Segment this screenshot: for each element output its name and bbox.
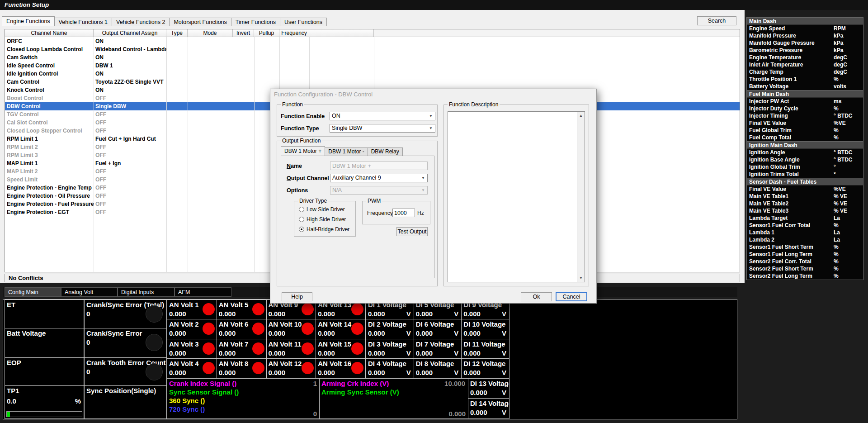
dash-channel-row[interactable]: Engine Temperature degC bbox=[747, 54, 863, 61]
ok-button[interactable]: Ok bbox=[521, 292, 552, 301]
dash-channel-row[interactable]: Sensor1 Fuel Short Term % bbox=[747, 243, 863, 251]
tab-config-main[interactable]: Config Main bbox=[5, 287, 61, 297]
dash-channel-row[interactable]: Injector Duty Cycle % bbox=[747, 105, 863, 112]
header-type[interactable]: Type bbox=[166, 29, 188, 37]
dash-channel-row[interactable]: Battery Voltage volts bbox=[747, 83, 863, 90]
output-channel-dropdown[interactable]: Auxiliary Channel 9 ▼ bbox=[330, 174, 428, 182]
tab-vehicle-functions-1[interactable]: Vehicle Functions 1 bbox=[54, 18, 112, 26]
channel-label: Fuel Comp Total bbox=[749, 134, 791, 141]
dash-channel-row[interactable]: Engine Speed RPM bbox=[747, 25, 863, 32]
table-row[interactable]: Cam Switch ON bbox=[5, 53, 740, 62]
tp1-unit: % bbox=[75, 397, 81, 406]
tab-digital-inputs[interactable]: Digital Inputs bbox=[118, 287, 175, 297]
dash-channel-row[interactable]: Main VE Table1 % VE bbox=[747, 193, 863, 200]
dash-channel-row[interactable]: Fuel Global Trim % bbox=[747, 127, 863, 134]
scrollbar[interactable]: ▲ ▼ bbox=[577, 112, 585, 282]
name-field[interactable] bbox=[330, 162, 428, 170]
output-channel-assign-cell: OFF bbox=[94, 151, 166, 159]
dash-channel-row[interactable]: Sensor1 Fuel Corr Total % bbox=[747, 222, 863, 229]
radio-half-bridge-driver[interactable]: Half-Bridge Driver bbox=[299, 226, 349, 233]
table-row[interactable]: Idle Speed Control DBW 1 bbox=[5, 62, 740, 70]
tab-dbw-relay[interactable]: DBW Relay bbox=[368, 147, 403, 156]
dialog-title-bar[interactable]: Function Configuration - DBW Control bbox=[270, 89, 596, 100]
dash-channel-row[interactable]: Fuel Comp Total % bbox=[747, 134, 863, 141]
dash-channel-row[interactable]: Main VE Table3 % VE bbox=[747, 207, 863, 214]
dash-channel-row[interactable]: Sensor1 Fuel Long Term % bbox=[747, 251, 863, 258]
tab-timer-functions[interactable]: Timer Functions bbox=[231, 18, 280, 26]
header-frequency[interactable]: Frequency bbox=[279, 29, 309, 37]
table-row[interactable]: ORFC ON bbox=[5, 37, 740, 45]
dash-channel-row[interactable]: Lambda Target La bbox=[747, 214, 863, 222]
dash-channel-row[interactable]: Main VE Table2 % VE bbox=[747, 200, 863, 207]
tab-user-functions[interactable]: User Functions bbox=[280, 18, 327, 26]
dash-channel-row[interactable]: Ignition Trims Total ° bbox=[747, 171, 863, 178]
dash-channel-row[interactable]: Inlet Air Temperature degC bbox=[747, 61, 863, 68]
test-output-button[interactable]: Test Output bbox=[396, 227, 428, 236]
function-type-dropdown[interactable]: Single DBW ▼ bbox=[330, 124, 435, 133]
channel-unit: % VE bbox=[834, 200, 847, 207]
status-light-red-icon bbox=[351, 362, 363, 374]
tab-dbw1-motor-plus[interactable]: DBW 1 Motor + bbox=[281, 146, 325, 156]
function-description-textarea[interactable]: ▲ ▼ bbox=[448, 111, 585, 282]
header-channel-name[interactable]: Channel Name bbox=[5, 29, 94, 37]
channel-label: Lambda 2 bbox=[749, 237, 774, 243]
header-pullup[interactable]: Pullup bbox=[254, 29, 279, 37]
dash-channel-row[interactable]: Sensor2 Fuel Short Term % bbox=[747, 265, 863, 272]
header-invert[interactable]: Invert bbox=[233, 29, 254, 37]
output-channel-assign-cell: ON bbox=[94, 70, 166, 78]
radio-high-side-driver[interactable]: High Side Driver bbox=[299, 216, 346, 223]
dash-channel-row[interactable]: Charge Temp degC bbox=[747, 68, 863, 76]
gauge-crank-tooth-error: Crank Tooth Error Count 0 bbox=[84, 357, 167, 386]
dash-channel-row[interactable]: Final VE Value %VE bbox=[747, 119, 863, 127]
channel-name-cell: Closed Loop Stepper Control bbox=[5, 127, 94, 135]
dash-channel-row[interactable]: Ignition Base Angle ° BTDC bbox=[747, 156, 863, 163]
output-channel-assign-cell: Toyota 2ZZ-GE Single VVT bbox=[94, 78, 166, 86]
tab-vehicle-functions-2[interactable]: Vehicle Functions 2 bbox=[112, 18, 170, 26]
function-enable-dropdown[interactable]: ON ▼ bbox=[330, 112, 435, 120]
dash-channel-row[interactable]: Sensor2 Fuel Long Term % bbox=[747, 272, 863, 280]
scroll-up-icon[interactable]: ▲ bbox=[577, 112, 585, 119]
header-mode[interactable]: Mode bbox=[188, 29, 233, 37]
channel-unit: % bbox=[834, 127, 839, 134]
tab-afm[interactable]: AFM bbox=[175, 287, 231, 297]
dash-channel-row[interactable]: Manifold Pressure kPa bbox=[747, 32, 863, 39]
di-voltage-label: DI 6 Voltage bbox=[416, 320, 460, 329]
radio-low-side-driver[interactable]: Low Side Driver bbox=[299, 206, 345, 213]
output-channel-assign-cell: OFF bbox=[94, 200, 166, 208]
dash-channel-row[interactable]: Sensor2 Fuel Corr. Total % bbox=[747, 258, 863, 265]
table-row[interactable]: Idle Ignition Control ON bbox=[5, 70, 740, 78]
frequency-input[interactable] bbox=[392, 209, 415, 217]
channel-label: Sensor1 Fuel Short Term bbox=[749, 244, 813, 250]
dash-section-sensor-fuel-tables: Sensor Dash - Fuel Tables bbox=[747, 178, 863, 185]
table-row[interactable]: Cam Control Toyota 2ZZ-GE Single VVT bbox=[5, 78, 740, 86]
chevron-down-icon: ▼ bbox=[427, 113, 434, 119]
dash-channel-row[interactable]: Lambda 1 La bbox=[747, 229, 863, 236]
output-channel-assign-cell: OFF bbox=[94, 192, 166, 200]
dash-channel-row[interactable]: Lambda 2 La bbox=[747, 236, 863, 243]
output-channel-assign-cell: OFF bbox=[94, 110, 166, 119]
header-output-channel-assign[interactable]: Output Channel Assign bbox=[94, 29, 166, 37]
tab-analog-volt[interactable]: Analog Volt bbox=[61, 287, 118, 297]
output-tab-page: Name Output Channel Auxiliary Channel 9 … bbox=[281, 156, 434, 278]
scroll-down-icon[interactable]: ▼ bbox=[577, 274, 585, 282]
dash-channel-row[interactable]: Ignition Angle ° BTDC bbox=[747, 149, 863, 156]
dash-channel-row[interactable]: Barometric Pressure kPa bbox=[747, 47, 863, 54]
channel-label: Injector Timing bbox=[749, 113, 788, 119]
window-title-bar[interactable]: Function Setup bbox=[0, 0, 868, 10]
search-button[interactable]: Search bbox=[697, 16, 736, 25]
dash-channel-row[interactable]: Injector PW Act ms bbox=[747, 98, 863, 105]
tab-motorsport-functions[interactable]: Motorsport Functions bbox=[169, 18, 231, 26]
an-volt-cell: AN Volt 1 0.000 bbox=[167, 300, 217, 319]
tab-dbw1-motor-minus[interactable]: DBW 1 Motor - bbox=[325, 147, 368, 156]
dash-channel-row[interactable]: Manifold Gauge Pressure kPa bbox=[747, 39, 863, 47]
cancel-button[interactable]: Cancel bbox=[556, 292, 587, 301]
table-row[interactable]: Closed Loop Lambda Control Wideband Cont… bbox=[5, 45, 740, 53]
status-light-red-icon bbox=[203, 303, 215, 315]
dash-channel-row[interactable]: Ignition Global Trim ° bbox=[747, 163, 863, 171]
help-button[interactable]: Help bbox=[282, 292, 312, 301]
dash-channel-row[interactable]: Injector Timing ° BTDC bbox=[747, 112, 863, 119]
output-channel-assign-cell: OFF bbox=[94, 119, 166, 127]
dash-channel-row[interactable]: Final VE Value %VE bbox=[747, 185, 863, 193]
dash-channel-row[interactable]: Throttle Position 1 % bbox=[747, 76, 863, 83]
tab-engine-functions[interactable]: Engine Functions bbox=[2, 16, 55, 26]
